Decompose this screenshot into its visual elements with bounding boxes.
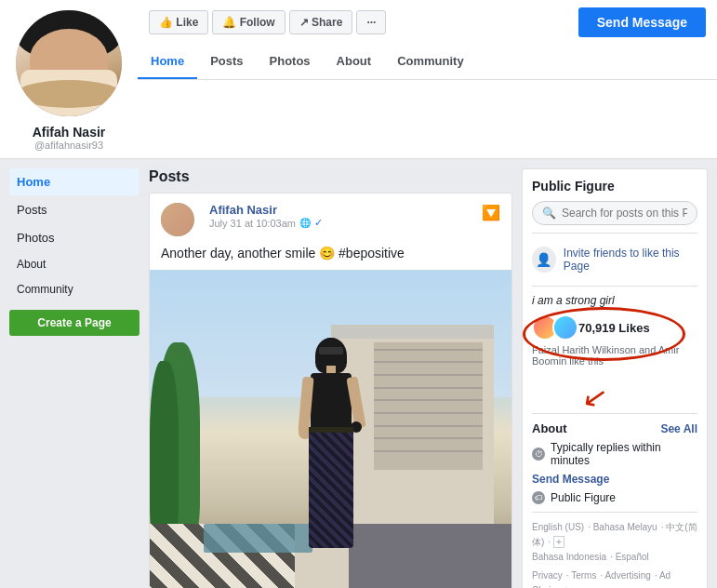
post-options-icon[interactable]: 🔽 (482, 203, 500, 222)
send-message-item: Send Message (532, 473, 697, 486)
tab-posts[interactable]: Posts (197, 45, 256, 79)
tab-photos[interactable]: Photos (257, 45, 324, 79)
globe-icon: 🌐 (299, 218, 311, 228)
profile-name: Afifah Nasir (33, 125, 106, 140)
more-button[interactable]: ··· (356, 10, 386, 34)
privacy-link[interactable]: Privacy (532, 570, 563, 581)
sidebar-item-home[interactable]: Home (9, 168, 139, 195)
send-message-link[interactable]: Send Message (532, 473, 609, 486)
likes-row: 70,919 Likes (532, 314, 697, 341)
likes-count[interactable]: 70,919 Likes (578, 321, 650, 335)
post-author[interactable]: Afifah Nasir (209, 203, 323, 217)
sidebar-item-photos[interactable]: Photos (9, 224, 139, 251)
profile-sidebar: Afifah Nasir @afifahnasir93 (0, 0, 138, 158)
post-card: Afifah Nasir July 31 at 10:03am 🌐 ✓ 🔽 An… (149, 193, 512, 588)
post-image (150, 270, 511, 588)
invite-text: Invite friends to like this Page (564, 247, 697, 273)
public-figure-icon: 🏷 (532, 491, 545, 504)
feed: Posts Afifah Nasir July 31 at 10:03am 🌐 … (149, 168, 512, 588)
send-message-button[interactable]: Send Message (578, 7, 706, 37)
left-sidebar: Home Posts Photos About Community Create… (9, 168, 139, 588)
post-text: Another day, another smile 😊 #bepositive (150, 242, 511, 270)
see-all-link[interactable]: See All (660, 422, 697, 435)
profile-avatar (13, 7, 125, 119)
invite-icon: 👤 (532, 247, 556, 273)
create-page-button[interactable]: Create a Page (9, 310, 139, 336)
likes-avatars (532, 314, 573, 341)
post-header: Afifah Nasir July 31 at 10:03am 🌐 ✓ 🔽 (150, 194, 511, 242)
tab-home[interactable]: Home (138, 45, 197, 79)
tab-about[interactable]: About (324, 45, 385, 79)
likes-info: 70,919 Likes (578, 321, 650, 335)
widget-title: Public Figure (532, 179, 697, 194)
legal-links: Privacy· Terms· Advertising· Ad Choices▷ (532, 568, 697, 588)
search-icon: 🔍 (542, 207, 556, 220)
post-avatar (161, 203, 194, 236)
bio-text: i am a strong girl (532, 294, 697, 307)
main-content: Home Posts Photos About Community Create… (0, 159, 717, 588)
english-link[interactable]: English (US) (532, 522, 584, 532)
page-info-widget: Public Figure 🔍 👤 Invite friends to like… (522, 168, 708, 588)
likes-names: Faizal Harith Wilkinson and Amir Boomin … (532, 344, 697, 367)
terms-link[interactable]: Terms (571, 570, 596, 581)
indonesian-link[interactable]: Bahasa Indonesia (532, 552, 606, 562)
follow-button[interactable]: 🔔 Follow (212, 10, 285, 34)
public-figure-item: 🏷 Public Figure (532, 491, 697, 504)
bahasa-links: Bahasa Indonesia· Español (532, 550, 697, 565)
like-button[interactable]: 👍 Like (149, 10, 208, 34)
about-header: About See All (532, 421, 697, 435)
search-input[interactable] (562, 207, 687, 220)
plus-button[interactable]: + (553, 536, 564, 548)
reply-time-item: ⏱ Typically replies within minutes (532, 441, 697, 467)
footer-links: English (US)· Bahasa Melayu· 中文(简体)· + B… (532, 520, 697, 588)
sidebar-item-community[interactable]: Community (9, 277, 139, 301)
nav-tabs: Home Posts Photos About Community (138, 45, 717, 80)
public-figure-label: Public Figure (551, 491, 616, 504)
sidebar-item-posts[interactable]: Posts (9, 196, 139, 223)
clock-icon: ⏱ (532, 448, 545, 461)
likes-section: 70,919 Likes Faizal Harith Wilkinson and… (532, 314, 697, 367)
highlight-arrow: ↙ (580, 378, 611, 417)
feed-title: Posts (149, 168, 512, 185)
malay-link[interactable]: Bahasa Melayu (593, 522, 657, 532)
invite-friends-item[interactable]: 👤 Invite friends to like this Page (532, 241, 697, 278)
sidebar-item-about[interactable]: About (9, 252, 139, 276)
profile-username: @afifahnasir93 (34, 140, 103, 151)
post-info: Afifah Nasir July 31 at 10:03am 🌐 ✓ (209, 203, 323, 229)
search-box[interactable]: 🔍 (532, 201, 697, 225)
spanish-link[interactable]: Español (616, 552, 649, 562)
tab-community[interactable]: Community (384, 45, 477, 79)
language-links: English (US)· Bahasa Melayu· 中文(简体)· + (532, 520, 697, 550)
page-layout: Afifah Nasir @afifahnasir93 👍 Like 🔔 Fol… (0, 0, 717, 588)
likes-avatar-2 (552, 314, 578, 341)
right-sidebar: Public Figure 🔍 👤 Invite friends to like… (522, 168, 708, 588)
verified-icon: ✓ (314, 217, 323, 229)
post-time: July 31 at 10:03am 🌐 ✓ (209, 217, 323, 229)
share-button[interactable]: ↗ Share (289, 10, 353, 34)
about-section: About See All ⏱ Typically replies within… (532, 421, 697, 504)
advertising-link[interactable]: Advertising (604, 570, 650, 581)
